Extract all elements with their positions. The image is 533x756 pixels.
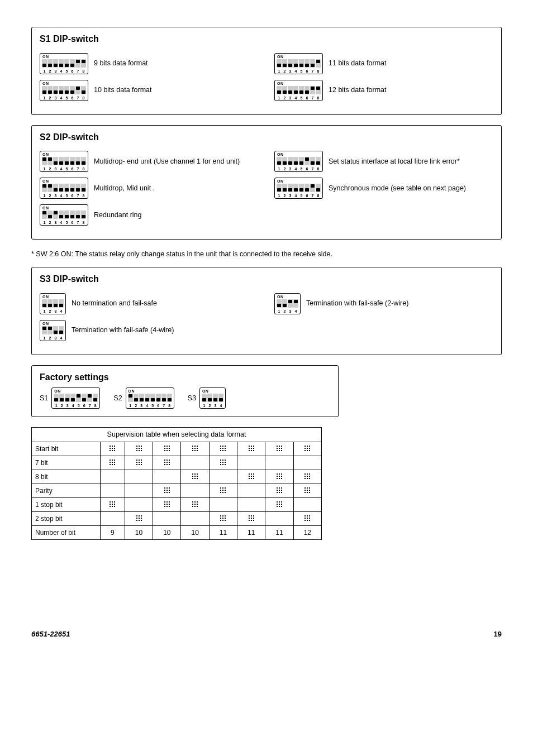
label: 9 bits data format <box>94 59 148 68</box>
cell <box>209 442 237 456</box>
dip-switch-icon: ON1234 <box>274 293 301 314</box>
dip-switch-icon: ON12345678 <box>274 178 323 199</box>
label: Set status interface at local fibre link… <box>329 157 460 166</box>
page-footer: 6651-22651 19 <box>31 629 502 639</box>
dots-icon <box>304 487 310 493</box>
note-sw26: * SW 2:6 ON: The status relay only chang… <box>31 250 502 259</box>
dip-switch-icon: ON12345678 <box>40 204 88 226</box>
s2-title: S2 DIP-switch <box>40 131 493 143</box>
factory-settings-section: Factory settings S1 ON12345678 S2 ON1234… <box>31 365 339 418</box>
dots-icon <box>220 487 226 493</box>
table-row: 7 bit <box>32 456 322 470</box>
factory-s2: S2 ON12345678 <box>113 387 174 409</box>
cell <box>209 456 237 470</box>
dots-icon <box>164 487 170 493</box>
s1-title: S1 DIP-switch <box>40 33 493 45</box>
dip-switch-icon: ON12345678 <box>40 53 88 74</box>
cell: 12 <box>293 526 321 540</box>
cell <box>125 498 153 512</box>
footer-docnum: 6651-22651 <box>31 629 70 639</box>
s2-sync-mode: ON12345678 Synchronous mode (see table o… <box>274 178 493 199</box>
cell <box>125 442 153 456</box>
cell <box>237 470 265 484</box>
cell <box>181 456 209 470</box>
label: Redundant ring <box>94 210 141 220</box>
label: 12 bits data format <box>329 85 387 95</box>
cell <box>237 512 265 526</box>
dip-switch-icon: ON12345678 <box>40 80 88 101</box>
cell <box>101 512 125 526</box>
dots-icon <box>220 460 226 465</box>
cell <box>153 512 181 526</box>
cell <box>265 470 293 484</box>
cell <box>265 498 293 512</box>
dots-icon <box>249 446 254 451</box>
table-caption: Supervision table when selecting data fo… <box>31 427 322 442</box>
factory-title: Factory settings <box>40 371 330 384</box>
cell <box>293 442 321 456</box>
cell <box>181 442 209 456</box>
cell <box>209 512 237 526</box>
cell: 10 <box>153 526 181 540</box>
label: 11 bits data format <box>329 59 387 68</box>
cell <box>153 442 181 456</box>
dots-icon <box>136 460 142 465</box>
cell <box>101 470 125 484</box>
dots-icon <box>164 501 170 507</box>
cell <box>101 442 125 456</box>
cell <box>293 498 321 512</box>
table-row: 8 bit <box>32 470 322 484</box>
dots-icon <box>220 515 226 521</box>
cell <box>265 484 293 498</box>
s2-mid-unit: ON12345678 Multidrop, Mid unit . <box>40 178 259 199</box>
dots-icon <box>277 501 282 507</box>
label: Multidrop, Mid unit . <box>94 184 155 193</box>
dip-switch-icon: ON12345678 <box>40 178 88 199</box>
dots-icon <box>249 515 254 521</box>
cell: 11 <box>265 526 293 540</box>
cell <box>153 470 181 484</box>
s2-local-fibre-err: ON12345678 Set status interface at local… <box>274 151 493 172</box>
cell <box>265 456 293 470</box>
dots-icon <box>220 446 226 451</box>
row-label: 8 bit <box>32 470 101 484</box>
cell <box>293 484 321 498</box>
s1-item-12bit: ON12345678 12 bits data format <box>274 80 493 101</box>
dots-icon <box>110 446 115 451</box>
dip-s2-section: S2 DIP-switch ON12345678 Multidrop- end … <box>31 125 502 240</box>
cell: 11 <box>237 526 265 540</box>
row-label: Start bit <box>32 442 101 456</box>
dots-icon <box>277 446 282 451</box>
dip-switch-icon: ON12345678 <box>40 151 88 172</box>
label: Multidrop- end unit (Use channel 1 for e… <box>94 157 240 166</box>
dip-switch-icon: ON12345678 <box>274 151 323 172</box>
row-label: 7 bit <box>32 456 101 470</box>
s1-item-10bit: ON12345678 10 bits data format <box>40 80 259 101</box>
cell <box>101 498 125 512</box>
cell <box>153 456 181 470</box>
cell: 9 <box>101 526 125 540</box>
s3-term-2wire: ON1234 Termination with fail-safe (2-wir… <box>274 293 493 314</box>
dip-switch-icon: ON12345678 <box>274 80 323 101</box>
cell <box>265 512 293 526</box>
cell <box>237 442 265 456</box>
cell <box>125 512 153 526</box>
dots-icon <box>110 460 115 465</box>
cell <box>293 512 321 526</box>
dip-s3-section: S3 DIP-switch ON1234 No termination and … <box>31 267 502 355</box>
supervision-table: Supervision table when selecting data fo… <box>31 427 322 540</box>
cell <box>101 456 125 470</box>
s1-item-11bit: ON12345678 11 bits data format <box>274 53 493 74</box>
dip-s1-section: S1 DIP-switch ON12345678 9 bits data for… <box>31 27 502 115</box>
dip-switch-icon: ON1234 <box>199 387 226 409</box>
label: Termination with fail-safe (2-wire) <box>306 299 408 308</box>
dots-icon <box>164 460 170 465</box>
s3-term-4wire: ON1234 Termination with fail-safe (4-wir… <box>40 320 259 341</box>
row-label: Parity <box>32 484 101 498</box>
dots-icon <box>277 487 282 493</box>
table-row: Parity <box>32 484 322 498</box>
cell <box>125 470 153 484</box>
factory-s3: S3 ON1234 <box>188 387 226 409</box>
cell <box>237 456 265 470</box>
cell: 11 <box>209 526 237 540</box>
